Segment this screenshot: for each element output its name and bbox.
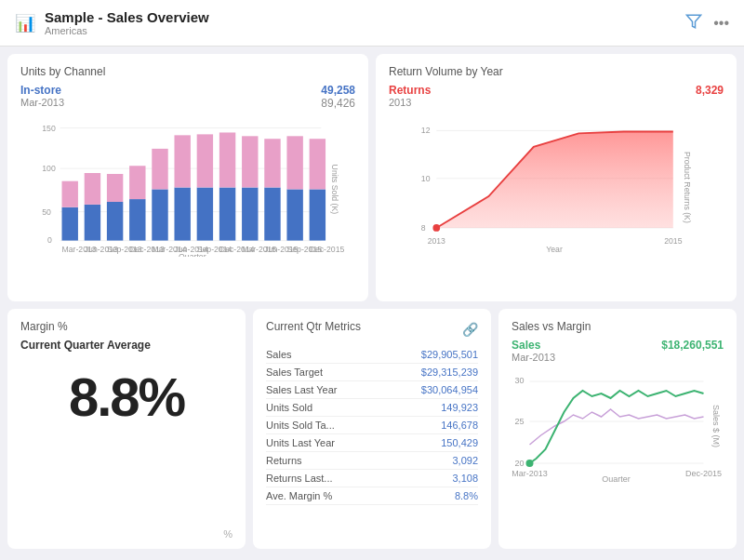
header-actions: ••• [685, 13, 729, 33]
svg-text:50: 50 [42, 207, 51, 217]
svg-text:20: 20 [515, 459, 525, 468]
svg-rect-22 [197, 187, 213, 240]
metrics-row-label: Units Last Year [266, 433, 382, 451]
svg-rect-20 [174, 187, 190, 240]
metrics-card: Current Qtr Metrics 🔗 Sales$29,905,501Sa… [253, 309, 491, 550]
svg-text:25: 25 [515, 417, 525, 426]
svg-text:10: 10 [421, 174, 431, 183]
svg-rect-29 [264, 139, 280, 187]
metrics-table: Sales$29,905,501Sales Target$29,315,239S… [266, 346, 478, 505]
metrics-link-icon[interactable]: 🔗 [462, 322, 478, 337]
svg-rect-31 [286, 136, 302, 189]
svg-text:Product Returns (K): Product Returns (K) [683, 152, 692, 223]
margin-card: Margin % Current Quarter Average 8.8% % [7, 309, 246, 550]
metrics-row-value: $30,064,954 [382, 380, 478, 398]
in-store-value2: 89,426 [321, 97, 355, 110]
metrics-row-value: 146,678 [382, 416, 478, 433]
sales-margin-title: Sales vs Margin [512, 320, 724, 333]
metrics-row-label: Sales [266, 346, 382, 364]
svg-rect-27 [242, 136, 258, 187]
returns-date: 2013 [389, 97, 431, 108]
svg-rect-25 [219, 132, 235, 187]
margin-label: Current Quarter Average [20, 339, 232, 352]
svg-text:150: 150 [42, 124, 56, 133]
metrics-row-label: Sales Last Year [266, 380, 382, 398]
filter-icon[interactable] [685, 13, 702, 33]
svg-rect-32 [310, 189, 326, 240]
metrics-row: Units Last Year150,429 [266, 433, 478, 451]
metrics-row-value: 3,092 [382, 451, 478, 469]
metrics-row: Units Sold149,923 [266, 398, 478, 416]
bar-chart: 150 100 50 0 Units Sold (K) [20, 117, 355, 257]
margin-footer: % [223, 528, 232, 540]
metrics-row: Ave. Margin %8.8% [266, 487, 478, 504]
header: 📊 Sample - Sales Overview Americas ••• [0, 0, 744, 47]
metrics-row-value: $29,905,501 [382, 346, 478, 364]
header-left: 📊 Sample - Sales Overview Americas [15, 9, 209, 36]
bar-chart-svg: 150 100 50 0 Units Sold (K) [20, 117, 355, 257]
sales-margin-card: Sales vs Margin Sales Mar-2013 $18,260,5… [498, 309, 737, 550]
metrics-row-label: Units Sold Ta... [266, 416, 382, 433]
svg-rect-14 [107, 202, 123, 241]
metrics-row: Sales$29,905,501 [266, 346, 478, 364]
in-store-label: In-store [20, 84, 64, 97]
metrics-row: Units Sold Ta...146,678 [266, 416, 478, 433]
metrics-row: Returns3,092 [266, 451, 478, 469]
margin-title: Margin % [20, 320, 232, 333]
metrics-row-label: Returns [266, 451, 382, 469]
header-title-group: Sample - Sales Overview Americas [45, 9, 209, 36]
metrics-row-label: Units Sold [266, 398, 382, 416]
chart-icon: 📊 [15, 13, 35, 33]
svg-rect-10 [62, 207, 78, 241]
page-title: Sample - Sales Overview [45, 9, 209, 25]
svg-rect-13 [85, 173, 100, 205]
metrics-row-value: 149,923 [382, 398, 478, 416]
more-icon[interactable]: ••• [713, 15, 729, 32]
svg-text:8: 8 [421, 223, 426, 233]
metrics-header: Current Qtr Metrics 🔗 [266, 320, 478, 339]
returns-label: Returns [389, 84, 431, 97]
metrics-row-value: $29,315,239 [382, 363, 478, 380]
return-card-title: Return Volume by Year [389, 65, 724, 78]
svg-text:Mar-2013: Mar-2013 [512, 469, 548, 478]
svg-text:Dec-2015: Dec-2015 [685, 469, 722, 478]
sales-chart-svg: 30 25 20 Sales $ (M) Mar-201 [512, 370, 724, 482]
metrics-row-value: 8.8% [382, 487, 478, 504]
svg-point-54 [432, 224, 440, 232]
svg-rect-19 [152, 149, 167, 190]
svg-text:Sales $ (M): Sales $ (M) [711, 404, 721, 447]
svg-rect-33 [310, 139, 326, 189]
area-chart: 12 10 8 Product Returns (K) [389, 115, 724, 255]
return-chart-svg: 12 10 8 Product Returns (K) [389, 115, 724, 255]
svg-rect-18 [152, 189, 167, 240]
metrics-row-label: Ave. Margin % [266, 487, 382, 504]
metrics-title: Current Qtr Metrics [266, 320, 361, 333]
svg-rect-15 [107, 174, 123, 202]
sales-value: $18,260,551 [661, 339, 724, 352]
svg-rect-21 [174, 135, 190, 187]
svg-rect-17 [129, 166, 145, 199]
svg-rect-28 [264, 187, 280, 240]
in-store-value: 49,258 [321, 84, 355, 97]
sales-line-chart: 30 25 20 Sales $ (M) Mar-201 [512, 370, 724, 482]
svg-text:2013: 2013 [428, 236, 445, 246]
units-by-channel-card: Units by Channel In-store Mar-2013 49,25… [7, 54, 368, 301]
sales-series-label: Sales [512, 339, 555, 352]
svg-text:Units Sold (K): Units Sold (K) [330, 165, 339, 215]
returns-value: 8,329 [696, 84, 724, 97]
svg-text:Quarter: Quarter [602, 474, 631, 482]
margin-value: 8.8% [20, 366, 232, 428]
svg-text:0: 0 [47, 235, 52, 245]
sales-date: Mar-2013 [512, 352, 555, 363]
page-subtitle: Americas [45, 25, 209, 36]
return-volume-card: Return Volume by Year Returns 2013 8,329… [376, 54, 737, 301]
units-card-title: Units by Channel [20, 65, 355, 78]
svg-text:100: 100 [42, 164, 56, 173]
svg-text:12: 12 [421, 126, 431, 135]
svg-rect-30 [286, 189, 302, 240]
metrics-row: Returns Last...3,108 [266, 469, 478, 487]
svg-rect-12 [85, 205, 100, 241]
metrics-row-label: Sales Target [266, 363, 382, 380]
svg-text:Dec-2015: Dec-2015 [310, 245, 345, 254]
in-store-date: Mar-2013 [20, 97, 64, 108]
